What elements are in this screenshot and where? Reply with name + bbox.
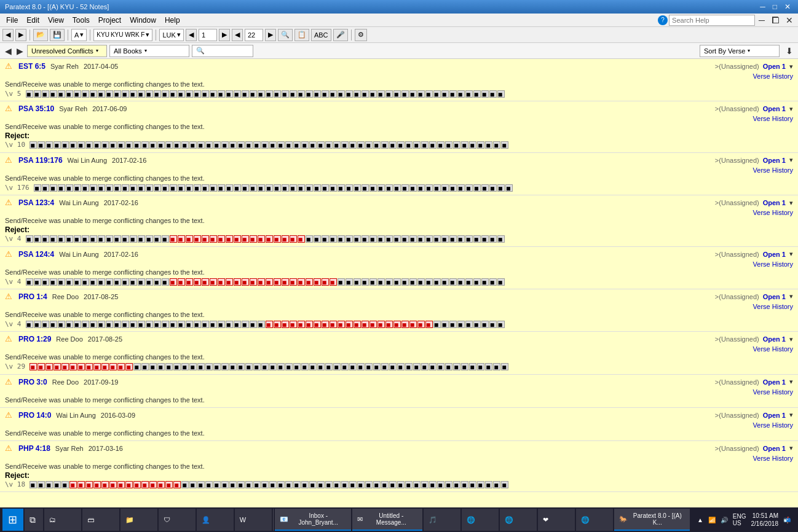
verse-history-link[interactable]: Verse History	[753, 115, 793, 122]
conflict-reference[interactable]: EST 6:5	[18, 62, 45, 71]
book-dropdown[interactable]: LUK ▾	[159, 29, 183, 41]
conflict-reference[interactable]: PHP 4:18	[18, 444, 50, 453]
toolbar-notes[interactable]: 📋	[294, 29, 309, 41]
tray-arrow[interactable]: ▲	[697, 517, 703, 523]
conflict-reference[interactable]: PRO 1:4	[18, 292, 47, 301]
chapter-prev[interactable]: ◀	[186, 29, 197, 41]
search-menu-close[interactable]: ✕	[783, 15, 796, 25]
minimize-button[interactable]: ─	[757, 2, 768, 11]
conflict-open-arrow[interactable]: ▾	[789, 444, 793, 452]
conflict-open-link[interactable]: Open 1	[763, 105, 786, 112]
verse-history-link[interactable]: Verse History	[753, 166, 793, 174]
verse-history-link[interactable]: Verse History	[753, 209, 793, 216]
conflict-open-arrow[interactable]: ▾	[789, 105, 793, 113]
conflict-open-arrow[interactable]: ▾	[789, 250, 793, 258]
filter-dropdown[interactable]: Unresolved Conflicts ▾	[27, 45, 107, 57]
nav-back-button[interactable]: ◀	[4, 46, 13, 56]
menu-project[interactable]: Project	[95, 15, 125, 26]
conflict-reference[interactable]: PRO 3:0	[18, 378, 47, 386]
menu-edit[interactable]: Edit	[23, 15, 43, 26]
verse-history-link[interactable]: Verse History	[753, 260, 793, 268]
taskbar-word[interactable]: W	[235, 509, 272, 531]
conflict-open-link[interactable]: Open 1	[763, 335, 786, 343]
verse-input[interactable]	[245, 29, 263, 41]
menu-file[interactable]: File	[2, 15, 22, 26]
sort-dropdown[interactable]: Sort By Verse ▾	[700, 45, 780, 57]
taskbar-paratext[interactable]: 🐎 Paratext 8.0 - [(A) K...	[614, 509, 690, 531]
conflict-reference[interactable]: PRO 1:29	[18, 335, 51, 343]
conflict-open-link[interactable]: Open 1	[763, 157, 786, 164]
toolbar-open-project[interactable]: 📂	[33, 29, 48, 41]
conflict-reference[interactable]: PSA 35:10	[18, 104, 54, 113]
verse-history-link[interactable]: Verse History	[753, 345, 793, 353]
toolbar-forward[interactable]: ▶	[15, 29, 26, 41]
search-menu-restore[interactable]: ⧠	[768, 15, 782, 25]
search-help-input[interactable]	[669, 15, 755, 26]
conflict-open-arrow[interactable]: ▾	[789, 378, 793, 386]
sort-options-button[interactable]: ⬇	[784, 46, 794, 56]
conflict-open-arrow[interactable]: ▾	[789, 63, 793, 71]
maximize-button[interactable]: □	[770, 2, 780, 11]
nav-forward-button[interactable]: ▶	[15, 46, 25, 56]
conflict-open-link[interactable]: Open 1	[763, 63, 786, 70]
taskbar-folder[interactable]: 📁	[120, 509, 157, 531]
taskbar-firefox[interactable]: 🌐	[576, 509, 613, 531]
menu-help[interactable]: Help	[161, 15, 184, 26]
taskbar-user[interactable]: 👤	[197, 509, 234, 531]
conflict-reference[interactable]: PRO 14:0	[18, 411, 51, 420]
conflict-open-arrow[interactable]: ▾	[789, 156, 793, 164]
toolbar-find[interactable]: 🔍	[278, 29, 293, 41]
chapter-input[interactable]	[199, 29, 217, 41]
taskbar-heart[interactable]: ❤	[538, 509, 575, 531]
project-type-dropdown[interactable]: A ▾	[71, 29, 87, 41]
conflict-reference[interactable]: PSA 123:4	[18, 198, 54, 207]
conflict-open-arrow[interactable]: ▾	[789, 292, 793, 300]
toolbar-settings[interactable]: ⚙	[355, 29, 367, 41]
conflict-open-link[interactable]: Open 1	[763, 378, 786, 386]
conflict-open-arrow[interactable]: ▾	[789, 335, 793, 343]
taskbar-inbox[interactable]: 📧 Inbox - John_Bryant...	[275, 509, 351, 531]
verse-history-link[interactable]: Verse History	[753, 303, 793, 310]
verse-history-link[interactable]: Verse History	[753, 388, 793, 396]
verse-history-link[interactable]: Verse History	[753, 455, 793, 462]
taskbar-message[interactable]: ✉ Untitled - Message...	[352, 509, 422, 531]
conflict-open-link[interactable]: Open 1	[763, 412, 786, 419]
conflict-reference[interactable]: PSA 124:4	[18, 250, 54, 259]
toolbar-save[interactable]: 💾	[50, 29, 65, 41]
toolbar-back[interactable]: ◀	[2, 29, 14, 41]
books-dropdown[interactable]: All Books ▾	[109, 45, 189, 57]
verse-next[interactable]: ▶	[265, 29, 276, 41]
taskbar-apps2[interactable]: 🗃	[82, 509, 119, 531]
conflict-open-arrow[interactable]: ▾	[789, 411, 793, 419]
project-dropdown[interactable]: KYU KYU WRK F ▾	[93, 29, 152, 41]
verse-prev[interactable]: ◀	[232, 29, 243, 41]
conflict-open-link[interactable]: Open 1	[763, 251, 786, 258]
conflict-open-link[interactable]: Open 1	[763, 445, 786, 452]
search-menu-minimize[interactable]: ─	[756, 15, 767, 25]
help-icon-button[interactable]: ?	[658, 15, 668, 25]
chapter-next[interactable]: ▶	[219, 29, 230, 41]
taskbar-shield[interactable]: 🛡	[159, 509, 196, 531]
close-button[interactable]: ✕	[782, 2, 793, 11]
toolbar-audio[interactable]: 🎤	[333, 29, 348, 41]
tray-volume[interactable]: 🔊	[721, 517, 728, 523]
start-button[interactable]: ⊞	[2, 509, 23, 531]
search-box-nav[interactable]: 🔍	[192, 45, 253, 57]
taskbar-chrome[interactable]: 🌐	[462, 509, 499, 531]
taskbar-file-explorer[interactable]: 🗂	[44, 509, 81, 531]
menu-tools[interactable]: Tools	[69, 15, 93, 26]
menu-view[interactable]: View	[44, 15, 68, 26]
tray-notification[interactable]: 📬	[783, 517, 791, 523]
verse-history-link[interactable]: Verse History	[753, 72, 793, 80]
taskbar-music[interactable]: 🎵	[424, 509, 460, 531]
conflict-reference[interactable]: PSA 119:176	[18, 156, 63, 165]
conflict-open-link[interactable]: Open 1	[763, 199, 786, 206]
conflict-open-arrow[interactable]: ▾	[789, 199, 793, 207]
taskbar-ie[interactable]: 🌐	[500, 509, 537, 531]
toolbar-spell[interactable]: ABC	[311, 29, 331, 41]
verse-history-link[interactable]: Verse History	[753, 421, 793, 429]
tray-clock[interactable]: 10:51 AM 2/16/2018	[751, 512, 779, 528]
menu-window[interactable]: Window	[126, 15, 160, 26]
taskbar-task-view[interactable]: ⧉	[25, 509, 43, 531]
conflict-open-link[interactable]: Open 1	[763, 293, 786, 300]
